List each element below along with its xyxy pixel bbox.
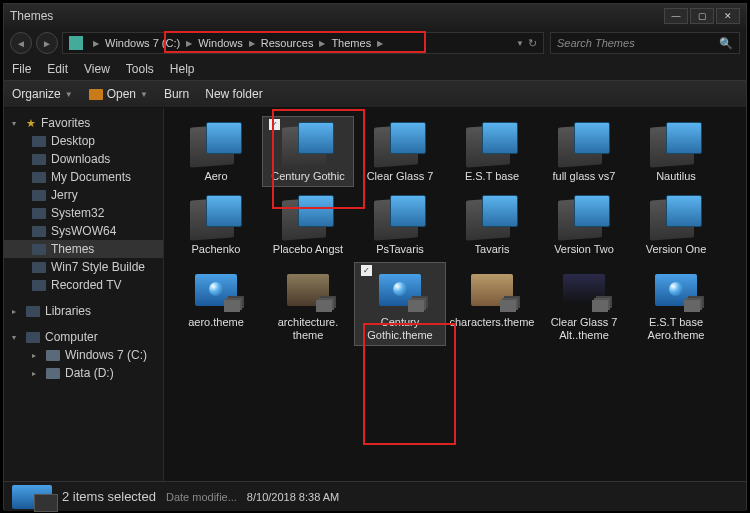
item-label: Nautilus <box>656 170 696 183</box>
folder-icon <box>556 193 612 241</box>
breadcrumb-seg[interactable]: Windows <box>198 37 243 49</box>
breadcrumb-seg[interactable]: Themes <box>331 37 371 49</box>
chevron-right-icon: ▶ <box>319 39 325 48</box>
breadcrumb-seg[interactable]: Windows 7 (C:) <box>105 37 180 49</box>
item-label: E.S.T base <box>465 170 519 183</box>
theme-icon <box>556 266 612 314</box>
folder-item[interactable]: Placebo Angst <box>262 189 354 260</box>
folder-icon <box>32 244 46 255</box>
close-button[interactable]: ✕ <box>716 8 740 24</box>
item-label: Century Gothic <box>271 170 344 183</box>
sidebar-libraries[interactable]: ▸Libraries <box>4 302 163 320</box>
folder-item[interactable]: Version Two <box>538 189 630 260</box>
checkbox-icon[interactable]: ✓ <box>269 119 280 130</box>
sidebar-item-windows-7-c-[interactable]: ▸Windows 7 (C:) <box>4 346 163 364</box>
sidebar-favorites[interactable]: ▾★Favorites <box>4 114 163 132</box>
search-icon: 🔍 <box>719 37 733 50</box>
expand-icon[interactable]: ▾ <box>12 119 21 128</box>
item-label: architecture.theme <box>278 316 339 342</box>
minimize-button[interactable]: — <box>664 8 688 24</box>
theme-file-item[interactable]: aero.theme <box>170 262 262 346</box>
theme-file-item[interactable]: ✓Century Gothic.theme <box>354 262 446 346</box>
navbar: ◄ ► ▶ Windows 7 (C:) ▶ Windows ▶ Resourc… <box>4 28 746 58</box>
sidebar-item-win7-style-builde[interactable]: Win7 Style Builde <box>4 258 163 276</box>
menu-view[interactable]: View <box>84 62 110 76</box>
maximize-button[interactable]: ▢ <box>690 8 714 24</box>
theme-icon <box>464 266 520 314</box>
folder-icon <box>32 280 46 291</box>
drive-icon <box>46 368 60 379</box>
chevron-right-icon: ▶ <box>249 39 255 48</box>
menubar: File Edit View Tools Help <box>4 58 746 80</box>
chevron-right-icon: ▶ <box>186 39 192 48</box>
folder-icon <box>32 262 46 273</box>
theme-icon <box>648 266 704 314</box>
refresh-icon[interactable]: ↻ <box>528 37 537 50</box>
organize-button[interactable]: Organize ▼ <box>12 87 73 101</box>
sidebar-item-downloads[interactable]: Downloads <box>4 150 163 168</box>
folder-icon <box>372 193 428 241</box>
chevron-down-icon: ▼ <box>140 90 148 99</box>
checkbox-icon[interactable]: ✓ <box>361 265 372 276</box>
folder-icon <box>32 190 46 201</box>
sidebar-item-desktop[interactable]: Desktop <box>4 132 163 150</box>
folder-item[interactable]: Version One <box>630 189 722 260</box>
menu-edit[interactable]: Edit <box>47 62 68 76</box>
menu-tools[interactable]: Tools <box>126 62 154 76</box>
theme-file-item[interactable]: characters.theme <box>446 262 538 346</box>
sidebar-item-system32[interactable]: System32 <box>4 204 163 222</box>
theme-file-item[interactable]: architecture.theme <box>262 262 354 346</box>
window-title: Themes <box>10 9 53 23</box>
folder-item[interactable]: Nautilus <box>630 116 722 187</box>
item-label: Placebo Angst <box>273 243 343 256</box>
open-button[interactable]: Open ▼ <box>89 87 148 101</box>
folder-icon <box>280 120 336 168</box>
sidebar-item-data-d-[interactable]: ▸Data (D:) <box>4 364 163 382</box>
expand-icon[interactable]: ▸ <box>12 307 21 316</box>
sidebar-item-jerry[interactable]: Jerry <box>4 186 163 204</box>
expand-icon[interactable]: ▸ <box>32 351 41 360</box>
burn-button[interactable]: Burn <box>164 87 189 101</box>
folder-item[interactable]: Tavaris <box>446 189 538 260</box>
folder-icon <box>556 120 612 168</box>
theme-file-item[interactable]: E.S.T base Aero.theme <box>630 262 722 346</box>
status-preview-icon <box>12 485 52 509</box>
folder-item[interactable]: Pachenko <box>170 189 262 260</box>
theme-file-item[interactable]: Clear Glass 7 Alt..theme <box>538 262 630 346</box>
item-label: Clear Glass 7 <box>367 170 434 183</box>
content-pane[interactable]: Aero✓Century GothicClear Glass 7E.S.T ba… <box>164 108 746 481</box>
sidebar-item-themes[interactable]: Themes <box>4 240 163 258</box>
item-label: PsTavaris <box>376 243 424 256</box>
breadcrumb[interactable]: ▶ Windows 7 (C:) ▶ Windows ▶ Resources ▶… <box>62 32 544 54</box>
folder-item[interactable]: E.S.T base <box>446 116 538 187</box>
folder-icon <box>464 120 520 168</box>
folder-item[interactable]: Clear Glass 7 <box>354 116 446 187</box>
item-label: Century Gothic.theme <box>356 316 444 342</box>
sidebar-item-my-documents[interactable]: My Documents <box>4 168 163 186</box>
menu-help[interactable]: Help <box>170 62 195 76</box>
menu-file[interactable]: File <box>12 62 31 76</box>
folder-item[interactable]: Aero <box>170 116 262 187</box>
expand-icon[interactable]: ▾ <box>12 333 21 342</box>
chevron-down-icon[interactable]: ▼ <box>516 39 524 48</box>
item-label: aero.theme <box>188 316 244 329</box>
drive-icon <box>46 350 60 361</box>
breadcrumb-seg[interactable]: Resources <box>261 37 314 49</box>
folder-item[interactable]: full glass vs7 <box>538 116 630 187</box>
back-button[interactable]: ◄ <box>10 32 32 54</box>
sidebar-item-recorded-tv[interactable]: Recorded TV <box>4 276 163 294</box>
forward-button[interactable]: ► <box>36 32 58 54</box>
new-folder-button[interactable]: New folder <box>205 87 262 101</box>
folder-icon <box>188 193 244 241</box>
item-label: Version One <box>646 243 707 256</box>
status-count: 2 items selected <box>62 489 156 504</box>
chevron-right-icon: ▶ <box>377 39 383 48</box>
titlebar[interactable]: Themes — ▢ ✕ <box>4 4 746 28</box>
folder-item[interactable]: PsTavaris <box>354 189 446 260</box>
folder-item[interactable]: ✓Century Gothic <box>262 116 354 187</box>
sidebar-item-syswow64[interactable]: SysWOW64 <box>4 222 163 240</box>
expand-icon[interactable]: ▸ <box>32 369 41 378</box>
toolbar: Organize ▼ Open ▼ Burn New folder <box>4 80 746 108</box>
search-input[interactable]: Search Themes 🔍 <box>550 32 740 54</box>
sidebar-computer[interactable]: ▾Computer <box>4 328 163 346</box>
